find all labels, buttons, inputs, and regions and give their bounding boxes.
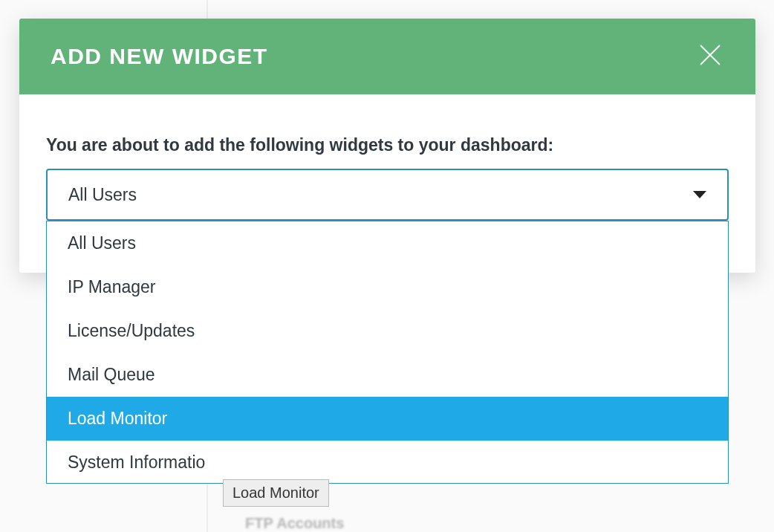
dropdown-option-all-users[interactable]: All Users — [47, 221, 728, 265]
prompt-text: You are about to add the following widge… — [46, 135, 729, 155]
close-button[interactable] — [696, 41, 724, 72]
dropdown-option-license-updates[interactable]: License/Updates — [47, 309, 728, 353]
modal-header: ADD NEW WIDGET — [19, 19, 755, 94]
close-icon — [699, 44, 721, 66]
select-value: All Users — [68, 185, 693, 205]
chevron-down-icon — [693, 191, 706, 198]
modal-body: You are about to add the following widge… — [19, 94, 755, 273]
dropdown-option-ip-manager[interactable]: IP Manager — [47, 265, 728, 309]
dropdown-option-load-monitor[interactable]: Load Monitor — [47, 397, 728, 441]
modal-title: ADD NEW WIDGET — [51, 44, 268, 69]
hover-tooltip: Load Monitor — [223, 479, 329, 507]
background-blurred-text: FTP Accounts — [245, 515, 344, 532]
widget-dropdown: All Users IP Manager License/Updates Mai… — [46, 221, 729, 484]
dropdown-option-mail-queue[interactable]: Mail Queue — [47, 353, 728, 397]
widget-select[interactable]: All Users All Users IP Manager License/U… — [46, 169, 729, 221]
add-widget-modal: ADD NEW WIDGET You are about to add the … — [19, 19, 755, 273]
dropdown-option-system-information[interactable]: System Informatio — [47, 441, 728, 483]
